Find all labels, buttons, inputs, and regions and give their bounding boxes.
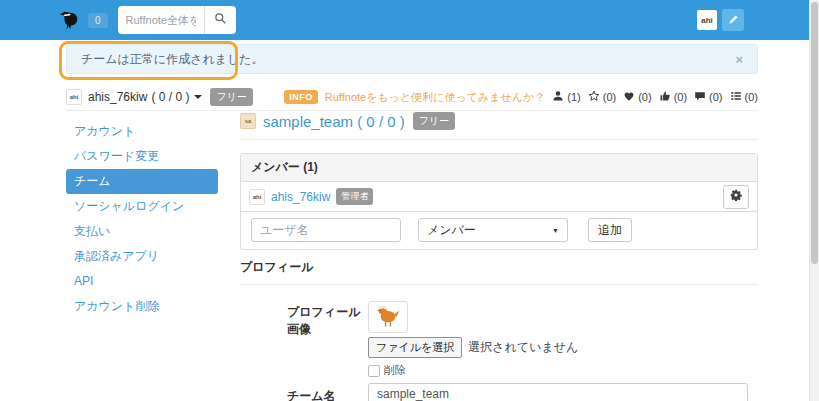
delete-image-option: 削除 xyxy=(368,363,578,378)
comment-icon xyxy=(694,90,706,104)
navbar-right: ahi xyxy=(697,0,744,40)
pencil-icon xyxy=(728,13,739,28)
gear-icon xyxy=(730,189,742,204)
member-name-link[interactable]: ahis_76kiw xyxy=(271,190,330,204)
stat-feed[interactable]: (0) xyxy=(730,90,758,104)
heart-icon xyxy=(623,90,635,104)
settings-sidebar: アカウント パスワード変更 チーム ソーシャルログイン 支払い 承認済みアプリ … xyxy=(66,119,218,319)
delete-checkbox[interactable] xyxy=(368,365,380,377)
info-badge: INFO xyxy=(284,90,318,104)
stat-stars[interactable]: (0) xyxy=(588,90,616,104)
new-note-button[interactable] xyxy=(722,9,744,31)
role-select-value: メンバー xyxy=(427,222,476,239)
alert-info: チームは正常に作成されました。 × xyxy=(66,44,758,74)
profile-image-controls: ファイルを選択 選択されていません 削除 xyxy=(368,301,578,378)
bird-logo-icon[interactable] xyxy=(58,9,82,31)
stat-comments[interactable]: (0) xyxy=(694,90,722,104)
stat-followers[interactable]: (1) xyxy=(552,90,580,104)
top-navbar: 0 ahi xyxy=(0,0,810,40)
alert-message: チームは正常に作成されました。 xyxy=(81,51,264,68)
sidebar-item-account[interactable]: アカウント xyxy=(66,119,218,144)
file-status-text: 選択されていません xyxy=(468,339,578,356)
team-name-label: チーム名 xyxy=(287,383,368,401)
close-icon[interactable]: × xyxy=(735,52,743,67)
star-icon xyxy=(588,90,600,104)
profile-image-label: プロフィール画像 xyxy=(287,301,368,378)
search-input[interactable] xyxy=(118,6,204,34)
stat-count: (0) xyxy=(745,91,758,103)
user-icon xyxy=(552,90,564,104)
file-input: ファイルを選択 選択されていません xyxy=(368,337,578,358)
user-avatar-small: ahi xyxy=(66,89,82,105)
notification-badge[interactable]: 0 xyxy=(88,13,108,28)
file-select-button[interactable]: ファイルを選択 xyxy=(368,337,462,358)
role-badge: 管理者 xyxy=(336,188,373,205)
page: 0 ahi xyxy=(0,0,819,401)
username-link[interactable]: ahis_76kiw xyxy=(88,90,147,104)
user-info-bar: ahi ahis_76kiw ( 0 / 0 ) フリー INFO Ruffno… xyxy=(66,84,758,111)
caret-down-icon: ▼ xyxy=(552,227,559,234)
stat-count: (0) xyxy=(603,91,616,103)
profile-image-row: プロフィール画像 ファイルを選択 xyxy=(240,301,758,378)
members-panel-header: メンバー (1) xyxy=(241,154,757,182)
search-form xyxy=(118,6,236,34)
sidebar-item-social-login[interactable]: ソーシャルログイン xyxy=(66,194,218,219)
team-name-input[interactable] xyxy=(368,383,748,401)
username-input[interactable] xyxy=(251,218,401,242)
promo-link[interactable]: Ruffnoteをもっと便利に使ってみませんか？ xyxy=(325,90,545,105)
scrollbar[interactable] xyxy=(809,0,819,401)
feed-icon xyxy=(730,90,742,104)
team-name-row: チーム名 半角英数・ハイフン・アンダースコア・ピリオドで入力してください。(数字… xyxy=(240,383,758,401)
page-title[interactable]: sample_team ( 0 / 0 ) xyxy=(263,113,405,130)
member-row: ahi ahis_76kiw 管理者 xyxy=(241,182,757,212)
plan-badge: フリー xyxy=(413,112,455,130)
team-header: sa sample_team ( 0 / 0 ) フリー xyxy=(240,112,758,140)
member-settings-button[interactable] xyxy=(723,185,749,209)
stat-count: (0) xyxy=(709,91,722,103)
sidebar-item-api[interactable]: API xyxy=(66,269,218,294)
user-stats: INFO Ruffnoteをもっと便利に使ってみませんか？ (1) (0) xyxy=(284,90,758,105)
stat-count: (0) xyxy=(674,91,687,103)
sidebar-item-team[interactable]: チーム xyxy=(66,169,218,194)
delete-label: 削除 xyxy=(384,363,406,378)
stat-likes[interactable]: (0) xyxy=(623,90,651,104)
stat-count: (0) xyxy=(638,91,651,103)
profile-image xyxy=(368,301,408,333)
search-button[interactable] xyxy=(204,6,236,34)
team-avatar: sa xyxy=(240,113,256,129)
search-icon xyxy=(214,12,227,28)
sidebar-item-payment[interactable]: 支払い xyxy=(66,219,218,244)
role-select[interactable]: メンバー ▼ xyxy=(418,218,568,242)
scrollbar-thumb[interactable] xyxy=(811,2,818,264)
add-member-form: メンバー ▼ 追加 xyxy=(241,212,757,249)
bird-image xyxy=(374,302,402,332)
thumbs-up-icon xyxy=(659,90,671,104)
add-member-button[interactable]: 追加 xyxy=(588,218,632,242)
sidebar-item-approved-apps[interactable]: 承認済みアプリ xyxy=(66,244,218,269)
caret-down-icon[interactable] xyxy=(194,95,202,99)
sidebar-item-delete-account[interactable]: アカウント削除 xyxy=(66,294,218,319)
plan-badge: フリー xyxy=(210,88,252,106)
stat-thumbs-up[interactable]: (0) xyxy=(659,90,687,104)
user-avatar[interactable]: ahi xyxy=(697,10,717,30)
profile-section-heading: プロフィール xyxy=(240,259,758,285)
stat-count: (1) xyxy=(567,91,580,103)
team-name-controls: 半角英数・ハイフン・アンダースコア・ピリオドで入力してください。(数字のみは不可… xyxy=(368,383,758,401)
member-avatar: ahi xyxy=(249,189,265,205)
sidebar-item-password[interactable]: パスワード変更 xyxy=(66,144,218,169)
main-content: sa sample_team ( 0 / 0 ) フリー メンバー (1) ah… xyxy=(240,112,758,401)
user-counts: ( 0 / 0 ) xyxy=(151,90,189,104)
members-panel: メンバー (1) ahi ahis_76kiw 管理者 メ xyxy=(240,153,758,250)
